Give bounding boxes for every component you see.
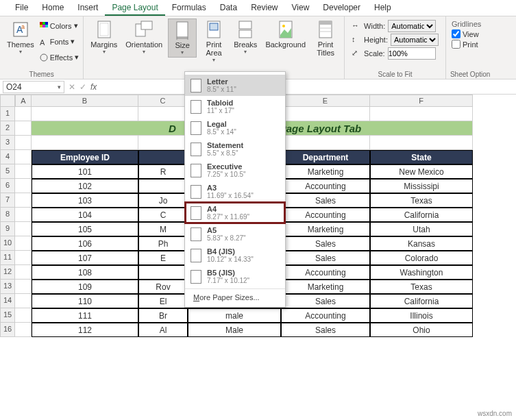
height-select[interactable]: Automatic (391, 34, 439, 46)
fx-cancel[interactable]: ✕ (69, 82, 75, 92)
col-header-B[interactable]: B (32, 95, 138, 107)
cell[interactable] (15, 164, 32, 179)
table-header[interactable]: State (370, 150, 473, 164)
effects-button[interactable]: Effects▾ (40, 50, 79, 64)
col-header-E[interactable]: E (281, 95, 370, 107)
row-header[interactable]: 5 (0, 164, 15, 179)
tab-view[interactable]: View (285, 0, 317, 16)
row-header[interactable]: 9 (0, 222, 15, 236)
table-cell[interactable]: Kansas (370, 236, 473, 251)
table-cell[interactable]: 105 (32, 222, 138, 236)
table-cell[interactable]: 109 (32, 280, 138, 294)
table-cell[interactable]: 110 (32, 294, 138, 308)
table-cell[interactable]: El (138, 294, 188, 308)
tab-data[interactable]: Data (213, 0, 244, 16)
cell[interactable] (15, 323, 32, 337)
table-cell[interactable]: 111 (32, 308, 138, 323)
scale-input[interactable] (388, 47, 436, 60)
paper-size-a3[interactable]: A311.69" x 16.54" (185, 181, 285, 202)
cell[interactable] (15, 294, 32, 308)
row-header[interactable]: 3 (0, 136, 15, 150)
tab-help[interactable]: Help (367, 0, 398, 16)
table-header[interactable]: Employee ID (32, 150, 138, 164)
cell[interactable] (15, 150, 32, 164)
table-cell[interactable]: 108 (32, 265, 138, 280)
cell[interactable] (15, 308, 32, 323)
table-cell[interactable]: Accounting (281, 265, 370, 280)
table-cell[interactable]: Utah (370, 222, 473, 236)
background-button[interactable]: Background (262, 18, 308, 50)
table-cell[interactable]: 106 (32, 236, 138, 251)
row-header[interactable]: 10 (0, 236, 15, 251)
table-cell[interactable]: 107 (32, 251, 138, 265)
colors-button[interactable]: Colors▾ (40, 18, 79, 33)
table-cell[interactable]: 103 (32, 193, 138, 208)
table-cell[interactable]: 104 (32, 208, 138, 222)
table-cell[interactable]: Washington (370, 265, 473, 280)
table-cell[interactable] (138, 179, 188, 193)
table-cell[interactable]: Marketing (281, 222, 370, 236)
col-header-F[interactable]: F (370, 95, 473, 107)
paper-size-letter[interactable]: Letter8.5" x 11" (185, 75, 285, 96)
cell[interactable] (15, 193, 32, 208)
table-cell[interactable]: Sales (281, 251, 370, 265)
cell[interactable] (281, 107, 370, 121)
cell[interactable] (15, 208, 32, 222)
table-header[interactable]: Department (281, 150, 370, 164)
table-cell[interactable]: Texas (370, 193, 473, 208)
row-header[interactable]: 15 (0, 308, 15, 323)
more-paper-sizes[interactable]: More Paper Sizes... (185, 288, 285, 304)
paper-size-tabloid[interactable]: Tabloid11" x 17" (185, 96, 285, 117)
paper-size-executive[interactable]: Executive7.25" x 10.5" (185, 160, 285, 181)
table-cell[interactable]: R (138, 164, 188, 179)
width-select[interactable]: Automatic (388, 20, 436, 32)
table-cell[interactable]: Br (138, 308, 188, 323)
cell[interactable] (138, 136, 188, 150)
cell[interactable] (15, 236, 32, 251)
size-button[interactable]: Size▾ (168, 18, 197, 58)
table-cell[interactable]: E (138, 251, 188, 265)
row-header[interactable]: 4 (0, 150, 15, 164)
cell[interactable] (15, 280, 32, 294)
cell[interactable] (15, 222, 32, 236)
paper-size-b5-jis-[interactable]: B5 (JIS)7.17" x 10.12" (185, 266, 285, 287)
row-header[interactable]: 12 (0, 265, 15, 280)
table-cell[interactable]: Jo (138, 193, 188, 208)
row-header[interactable]: 11 (0, 251, 15, 265)
col-header-A[interactable]: A (15, 95, 32, 107)
tab-file[interactable]: File (8, 0, 35, 16)
table-cell[interactable]: Sales (281, 323, 370, 337)
table-cell[interactable]: Ohio (370, 323, 473, 337)
cell[interactable] (32, 136, 138, 150)
table-cell[interactable]: Accounting (281, 208, 370, 222)
row-header[interactable]: 16 (0, 323, 15, 337)
print-checkbox[interactable]: Print (452, 40, 489, 49)
table-cell[interactable]: Sales (281, 236, 370, 251)
table-cell[interactable]: 112 (32, 323, 138, 337)
table-cell[interactable]: Al (138, 323, 188, 337)
cell[interactable] (15, 107, 32, 121)
table-cell[interactable]: Sales (281, 294, 370, 308)
paper-size-a4[interactable]: A48.27" x 11.69" (185, 202, 285, 223)
table-cell[interactable]: Colorado (370, 251, 473, 265)
tab-page-layout[interactable]: Page Layout (105, 0, 164, 16)
cell[interactable] (15, 121, 32, 136)
table-cell[interactable]: 101 (32, 164, 138, 179)
cell[interactable] (15, 136, 32, 150)
paper-size-legal[interactable]: Legal8.5" x 14" (185, 117, 285, 138)
cell[interactable] (281, 136, 370, 150)
table-cell[interactable]: M (138, 222, 188, 236)
table-cell[interactable]: California (370, 208, 473, 222)
cell[interactable] (15, 265, 32, 280)
table-cell[interactable]: male (188, 308, 281, 323)
row-header[interactable]: 2 (0, 121, 15, 136)
view-checkbox[interactable]: View (452, 29, 489, 38)
table-cell[interactable]: Male (188, 323, 281, 337)
col-header-C[interactable]: C (138, 95, 188, 107)
fx-icon[interactable]: fx (90, 82, 97, 92)
select-all-corner[interactable] (0, 95, 15, 107)
table-cell[interactable]: Texas (370, 280, 473, 294)
row-header[interactable]: 1 (0, 107, 15, 121)
table-header[interactable] (138, 150, 188, 164)
cell[interactable] (370, 107, 473, 121)
